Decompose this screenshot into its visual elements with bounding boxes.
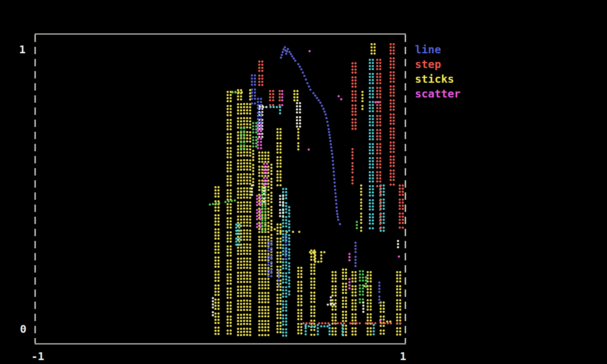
legend-item-scatter: scatter	[415, 87, 460, 101]
terminal-plot: 1 0 -1 1 linestepsticksscatter	[0, 0, 607, 364]
legend-item-step: step	[415, 57, 460, 72]
x-tick-left: -1	[31, 350, 44, 363]
legend: linestepsticksscatter	[415, 42, 460, 101]
plot-canvas	[0, 0, 607, 364]
legend-item-line: line	[415, 42, 460, 57]
y-tick-top: 1	[19, 43, 26, 56]
legend-item-sticks: sticks	[415, 72, 460, 87]
line-dots	[251, 46, 381, 304]
y-tick-bottom: 0	[20, 323, 26, 336]
x-tick-right: 1	[400, 350, 406, 363]
step-dots	[258, 43, 404, 325]
plot-frame	[35, 34, 406, 344]
